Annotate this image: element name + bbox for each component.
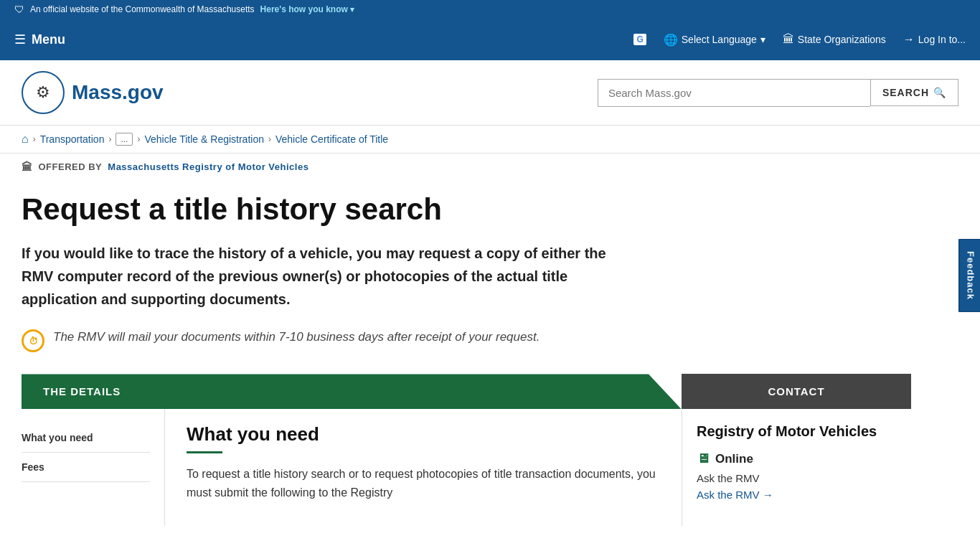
search-area: SEARCH 🔍	[598, 79, 958, 107]
contact-panel: Registry of Motor Vehicles 🖥 Online Ask …	[682, 409, 897, 526]
logo-area[interactable]: ⚙ Mass.gov	[22, 71, 164, 114]
state-organizations-button[interactable]: 🏛 State Organizations	[783, 33, 886, 46]
content-sidebar: What you need Fees	[22, 409, 165, 526]
mass-logo-seal: ⚙	[22, 71, 65, 114]
building-icon: 🏛	[22, 161, 33, 173]
feedback-tab[interactable]: Feedback	[959, 239, 980, 312]
breadcrumb-sep-1: ›	[33, 134, 36, 144]
main-content: Request a title history search If you wo…	[0, 177, 980, 526]
contact-online-section: 🖥 Online Ask the RMV Ask the RMV →	[697, 451, 882, 501]
home-icon: ⌂	[22, 133, 29, 145]
offered-by-bar: 🏛 OFFERED BY Massachusetts Registry of M…	[0, 154, 980, 177]
ask-rmv-text: Ask the RMV	[697, 472, 882, 484]
breadcrumb-sep-3: ›	[137, 134, 140, 144]
breadcrumb: ⌂ › Transportation › ... › Vehicle Title…	[0, 126, 980, 154]
nav-right: G 🌐 Select Language ▾ 🏛 State Organizati…	[633, 33, 966, 47]
search-input[interactable]	[598, 79, 870, 107]
page-title: Request a title history search	[22, 192, 958, 227]
notice-box: ⏱ The RMV will mail your documents withi…	[22, 328, 958, 352]
chevron-down-icon: ▾	[350, 5, 354, 14]
sidebar-item-fees[interactable]: Fees	[22, 453, 150, 482]
tab-details[interactable]: THE DETAILS	[22, 374, 682, 409]
offered-by-label: OFFERED BY	[39, 161, 103, 172]
nav-left: ☰ Menu	[14, 32, 65, 47]
tabs-container: THE DETAILS CONTACT	[22, 374, 958, 409]
section-title: What you need	[187, 423, 660, 446]
google-translate-icon[interactable]: G	[633, 34, 646, 45]
sidebar-item-what-you-need[interactable]: What you need	[22, 423, 150, 453]
search-button[interactable]: SEARCH 🔍	[870, 79, 958, 106]
clock-icon: ⏱	[22, 329, 44, 352]
heres-how-link[interactable]: Here's how you know ▾	[260, 4, 355, 14]
log-in-button[interactable]: → Log In to...	[903, 33, 966, 46]
page-description: If you would like to trace the history o…	[22, 242, 610, 311]
breadcrumb-vehicle-cert-link[interactable]: Vehicle Certificate of Title	[275, 133, 388, 145]
select-language-button[interactable]: 🌐 Select Language ▾	[664, 33, 765, 47]
breadcrumb-ellipsis[interactable]: ...	[116, 133, 133, 146]
hamburger-icon[interactable]: ☰	[14, 32, 26, 47]
content-main-section: What you need To request a title history…	[165, 409, 682, 526]
chevron-down-icon: ▾	[760, 34, 765, 45]
top-banner: 🛡 An official website of the Commonwealt…	[0, 0, 980, 19]
menu-button[interactable]: Menu	[32, 32, 65, 47]
globe-icon: 🌐	[664, 33, 678, 47]
shield-icon: 🛡	[14, 4, 24, 15]
ask-rmv-link[interactable]: Ask the RMV →	[697, 489, 773, 501]
header-bar: ⚙ Mass.gov SEARCH 🔍	[0, 60, 980, 126]
section-title-underline	[187, 451, 222, 453]
contact-online-label: 🖥 Online	[697, 451, 882, 466]
site-logo-text: Mass.gov	[72, 81, 164, 104]
building-icon: 🏛	[783, 33, 794, 46]
org-name-link[interactable]: Massachusetts Registry of Motor Vehicles	[108, 161, 308, 172]
breadcrumb-sep-4: ›	[268, 134, 271, 144]
breadcrumb-vehicle-title-reg-link[interactable]: Vehicle Title & Registration	[144, 133, 264, 145]
tab-contact[interactable]: CONTACT	[682, 374, 911, 409]
contact-org-title: Registry of Motor Vehicles	[697, 423, 882, 440]
section-body: To request a title history search or to …	[187, 465, 660, 501]
official-text: An official website of the Commonwealth …	[30, 4, 255, 14]
breadcrumb-sep-2: ›	[108, 134, 111, 144]
login-icon: →	[903, 33, 915, 46]
monitor-icon: 🖥	[697, 451, 710, 466]
breadcrumb-transportation-link[interactable]: Transportation	[40, 133, 105, 145]
content-layout: What you need Fees What you need To requ…	[22, 409, 958, 526]
search-icon: 🔍	[933, 87, 946, 98]
nav-bar: ☰ Menu G 🌐 Select Language ▾ 🏛 State Org…	[0, 19, 980, 60]
breadcrumb-home-link[interactable]: ⌂	[22, 133, 29, 146]
notice-text: The RMV will mail your documents within …	[53, 328, 540, 347]
